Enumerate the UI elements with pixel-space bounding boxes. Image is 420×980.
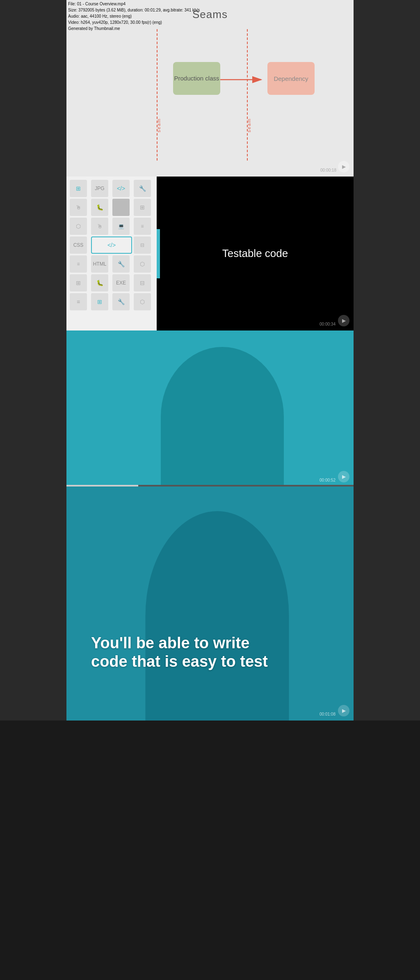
- seam-label-right: seam: [247, 118, 251, 133]
- icon-cell: 🔧: [112, 255, 130, 273]
- icon-cell: ⬡: [70, 218, 87, 235]
- timestamp1: 00:00:18: [320, 168, 336, 172]
- icon-cell: ⊞: [134, 199, 151, 216]
- icon-cell: ⊞: [70, 274, 87, 291]
- timestamp3: 00:00:52: [320, 478, 336, 482]
- icon-cell: ≡: [70, 255, 87, 273]
- icon-cell: </>: [91, 236, 132, 254]
- icon-cell: ⊟: [134, 274, 151, 291]
- icon-cell: ⊞: [70, 180, 87, 197]
- icon-cell: </>: [112, 180, 130, 197]
- icon-cell: ⊞: [91, 293, 108, 310]
- icon-cell: 🐛: [91, 274, 108, 291]
- frame4-person-silhouette: [146, 511, 289, 721]
- frame4-write-code: You'll be able to write code that is eas…: [66, 487, 354, 721]
- icon-cell: 🔧: [134, 180, 151, 197]
- arrow-svg: [220, 73, 267, 86]
- icon-cell: [112, 199, 130, 216]
- frame2-right-dark: Testable code 00:00:34 ▶: [157, 177, 354, 330]
- play-icon4[interactable]: ▶: [338, 705, 349, 716]
- icon-cell: CSS: [70, 236, 87, 254]
- icon-cell: ≡: [70, 293, 87, 310]
- seam-line-left: [157, 29, 158, 161]
- production-class-box: Production class: [173, 62, 220, 95]
- icon-cell: ⊟: [134, 236, 151, 254]
- play-icon1[interactable]: ▶: [338, 161, 349, 172]
- seam-label-left: seam: [156, 118, 161, 133]
- icon-cell: 💻: [112, 218, 130, 235]
- timestamp2: 00:00:34: [320, 322, 336, 326]
- play-icon3[interactable]: ▶: [338, 471, 349, 482]
- icon-cell: ⬡: [134, 255, 151, 273]
- icon-cell: 🐛: [91, 199, 108, 216]
- frame3-person: 00:00:52 ▶: [66, 330, 354, 487]
- person-silhouette: [161, 347, 284, 487]
- page-wrapper: File: 01 - Course Overview.mp4 Size: 379…: [0, 0, 420, 721]
- icon-cell: ⬡: [134, 293, 151, 310]
- dependency-box: Dependency: [267, 62, 315, 95]
- diagram-area: seam seam Production class Dependency: [66, 21, 354, 161]
- blue-accent-bar: [157, 229, 160, 278]
- icon-cell: 🖱: [91, 218, 108, 235]
- icon-cell: HTML: [91, 255, 108, 273]
- icon-cell: 🖱: [70, 199, 87, 216]
- frame2-left-pattern: ⊞ JPG </> 🔧 🖱 🐛 ⊞ ⬡ 🖱 💻 ≡ CSS </> ⊟ ≡: [66, 177, 157, 330]
- testable-code-label: Testable code: [222, 247, 288, 260]
- play-icon2[interactable]: ▶: [338, 315, 349, 326]
- timestamp4: 00:01:08: [320, 712, 336, 716]
- write-code-text: You'll be able to write code that is eas…: [91, 634, 268, 671]
- icon-grid: ⊞ JPG </> 🔧 🖱 🐛 ⊞ ⬡ 🖱 💻 ≡ CSS </> ⊟ ≡: [66, 177, 157, 314]
- frame1-seams: File: 01 - Course Overview.mp4 Size: 379…: [66, 0, 354, 177]
- icon-cell: 🔧: [112, 293, 130, 310]
- seam-line-right: [247, 29, 248, 161]
- icon-cell: JPG: [91, 180, 108, 197]
- frame2-testable: ⊞ JPG </> 🔧 🖱 🐛 ⊞ ⬡ 🖱 💻 ≡ CSS </> ⊟ ≡: [66, 177, 354, 330]
- icon-cell: EXE: [112, 274, 130, 291]
- icon-cell: ≡: [134, 218, 151, 235]
